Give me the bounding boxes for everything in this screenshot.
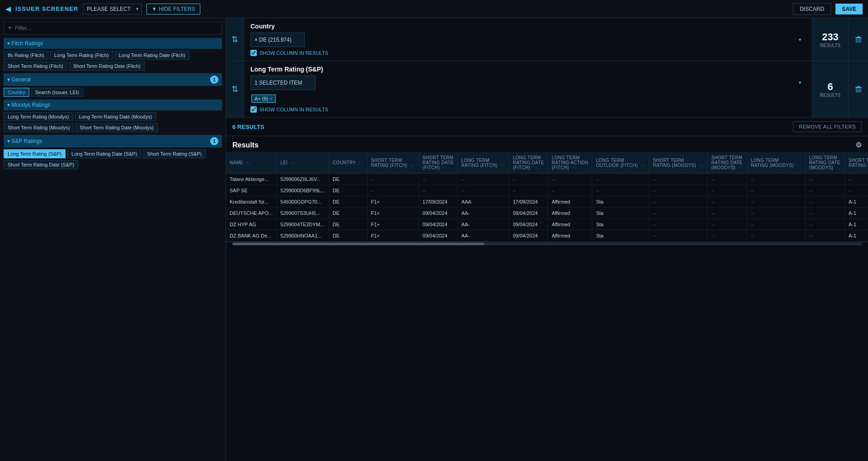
- sp-delete-button[interactable]: [848, 61, 868, 117]
- col-st-rating-fitch[interactable]: SHORT TERMRATING (FITCH) ↑↓: [367, 152, 419, 174]
- sp-results-count: 6 RESULTS: [812, 61, 848, 117]
- table-cell: DZ HYP AG: [226, 219, 277, 230]
- table-cell: --: [708, 185, 747, 196]
- col-st-date-fitch[interactable]: SHORT TERMRATING DATE(FITCH) ↑↓: [419, 152, 458, 174]
- filter-search-input[interactable]: [4, 22, 222, 34]
- country-show-column-label: SHOW COLUMN IN RESULTS: [259, 50, 328, 56]
- tag-lt-rating-sp[interactable]: Long Term Rating (S&P): [4, 149, 66, 158]
- country-select-wrapper: × DE (215,974): [250, 33, 806, 47]
- tag-st-rating-sp[interactable]: Short Term Rating (S&P): [143, 149, 206, 158]
- tag-st-rating-date-moodys[interactable]: Short Term Rating Date (Moodys): [75, 123, 158, 132]
- section-general-tags: Country Search (Issuer, LEI): [4, 88, 222, 97]
- col-lt-rating-moodys[interactable]: LONG TERMRATING (MOODYS) ↑↓: [747, 152, 805, 174]
- col-country[interactable]: COUNTRY ↑↓: [329, 152, 367, 174]
- table-cell: AA-: [458, 219, 509, 230]
- country-delete-button[interactable]: [848, 18, 868, 61]
- table-cell: AA-: [458, 208, 509, 219]
- table-cell: AA-: [458, 230, 509, 242]
- tag-lt-rating-date-sp[interactable]: Long Term Rating Date (S&P): [67, 149, 141, 158]
- tag-ifs-rating-fitch[interactable]: Ifs Rating (Fitch): [4, 51, 48, 60]
- col-name[interactable]: NAME ↑↓: [226, 152, 277, 174]
- tag-st-rating-date-sp[interactable]: Short Term Rating Date (S&P): [4, 160, 78, 169]
- table-cell: Sta: [592, 230, 649, 242]
- table-header-row: NAME ↑↓ LEI ↑↓ COUNTRY ↑↓ SHORT TERMRATI…: [226, 152, 868, 174]
- table-row: SAP SE5299000D6BF99L...DE---------------…: [226, 185, 868, 196]
- svg-rect-3: [855, 37, 862, 38]
- table-cell: 09/04/2024: [509, 208, 548, 219]
- col-st-date-moodys[interactable]: SHORT TERMRATING DATE(MOODYS) ↑↓: [708, 152, 747, 174]
- table-cell: 09/04/2024: [509, 230, 548, 242]
- table-cell: Affirmed: [548, 219, 592, 230]
- tag-lt-rating-date-moodys[interactable]: Long Term Rating Date (Moodys): [75, 112, 156, 121]
- table-cell: Affirmed: [548, 196, 592, 208]
- screener-select[interactable]: PLEASE SELECT: [83, 4, 142, 14]
- table-cell: --: [708, 219, 747, 230]
- table-cell: Talanx Aktienge...: [226, 174, 277, 185]
- country-results-label: RESULTS: [820, 43, 840, 48]
- col-lt-rating-fitch[interactable]: LONG TERMRATING (FITCH) ↑↓: [458, 152, 509, 174]
- svg-rect-2: [859, 39, 859, 41]
- discard-button[interactable]: DISCARD: [793, 3, 831, 15]
- section-general-label: ▾ General: [7, 76, 31, 83]
- table-cell: --: [805, 230, 844, 242]
- tag-lt-rating-moodys[interactable]: Long Term Rating (Moodys): [4, 112, 73, 121]
- hide-filters-button[interactable]: ▼ HIDE FILTERS: [146, 4, 200, 14]
- table-cell: SAP SE: [226, 185, 277, 196]
- table-cell: A-1: [845, 219, 868, 230]
- col-lei[interactable]: LEI ↑↓: [277, 152, 329, 174]
- results-title-row: Results ⚙: [226, 136, 868, 152]
- table-cell: AAA: [458, 196, 509, 208]
- section-fitch[interactable]: ▾ Fitch Ratings: [4, 38, 222, 49]
- sp-filter-row: ⇅ Long Term Rating (S&P) 1 SELECTED ITEM…: [226, 61, 868, 118]
- section-general[interactable]: ▾ General 1: [4, 73, 222, 86]
- col-lt-date-moodys[interactable]: LONG TERMRATING DATE(MOODYS) ↑↓: [805, 152, 844, 174]
- col-lt-date-fitch[interactable]: LONG TERMRATING DATE(FITCH) ↑↓: [509, 152, 548, 174]
- sp-select[interactable]: 1 SELECTED ITEM: [250, 76, 316, 90]
- table-cell: --: [458, 174, 509, 185]
- country-filter-title: Country: [250, 23, 806, 30]
- table-cell: 5299004TE2DYM...: [277, 219, 329, 230]
- gear-icon[interactable]: ⚙: [855, 141, 862, 149]
- section-moodys-tags: Long Term Rating (Moodys) Long Term Rati…: [4, 112, 222, 132]
- table-cell: --: [708, 208, 747, 219]
- table-cell: --: [649, 196, 708, 208]
- sp-tag-remove[interactable]: ×: [269, 96, 272, 101]
- country-show-column-checkbox[interactable]: [250, 50, 257, 56]
- horizontal-scrollbar[interactable]: [226, 242, 868, 245]
- tag-country[interactable]: Country: [4, 88, 29, 97]
- save-button[interactable]: SAVE: [835, 4, 863, 14]
- tag-st-rating-fitch[interactable]: Short Term Rating (Fitch): [4, 62, 67, 71]
- tag-st-rating-date-fitch[interactable]: Short Term Rating Date (Fitch): [69, 62, 145, 71]
- section-moodys[interactable]: ▾ Moodys Ratings: [4, 100, 222, 110]
- sp-show-column-checkbox[interactable]: [250, 106, 257, 113]
- results-section: Results ⚙ NAME ↑↓ LEI ↑↓ COUNTRY ↑↓ SHOR…: [226, 136, 868, 245]
- svg-rect-0: [856, 38, 861, 42]
- table-cell: 529900HNOAA1...: [277, 230, 329, 242]
- table-cell: --: [419, 185, 458, 196]
- col-st-rating-moodys[interactable]: SHORT TERMRATING (MOODYS) ↑↓: [649, 152, 708, 174]
- country-select[interactable]: × DE (215,974): [250, 33, 305, 47]
- table-cell: F1+: [367, 219, 419, 230]
- table-cell: 17/09/2024: [419, 196, 458, 208]
- tag-lt-rating-fitch[interactable]: Long Term Rating (Fitch): [50, 51, 113, 60]
- country-filter-icon[interactable]: ⇅: [226, 18, 244, 61]
- col-lt-outlook-fitch[interactable]: LONG TERMOUTLOOK (FITCH) ↑↓: [592, 152, 649, 174]
- table-cell: F1+: [367, 208, 419, 219]
- tag-st-rating-moodys[interactable]: Short Term Rating (Moodys): [4, 123, 74, 132]
- table-cell: --: [708, 196, 747, 208]
- country-filter-row: ⇅ Country × DE (215,974) SHOW COLUMN IN …: [226, 18, 868, 61]
- table-cell: --: [805, 174, 844, 185]
- scrollbar-track: [232, 242, 862, 245]
- tag-lt-rating-date-fitch[interactable]: Long Term Rating Date (Fitch): [115, 51, 189, 60]
- table-cell: F1+: [367, 196, 419, 208]
- back-button[interactable]: ◀: [5, 5, 11, 13]
- col-st-rating-sp[interactable]: SHORT TERMRATING (S&P) ↑↓: [845, 152, 868, 174]
- col-lt-action-fitch[interactable]: LONG TERMRATING ACTION(FITCH) ↑↓: [548, 152, 592, 174]
- table-cell: 17/09/2024: [509, 196, 548, 208]
- remove-all-filters-button[interactable]: REMOVE ALL FILTERS: [793, 121, 862, 132]
- section-sp[interactable]: ▾ S&P Ratings 1: [4, 135, 222, 147]
- table-cell: 5299007S3UH5...: [277, 208, 329, 219]
- tag-search-issuer[interactable]: Search (Issuer, LEI): [31, 88, 83, 97]
- app-title: ISSUER SCREENER: [15, 5, 78, 12]
- sp-filter-icon[interactable]: ⇅: [226, 61, 244, 117]
